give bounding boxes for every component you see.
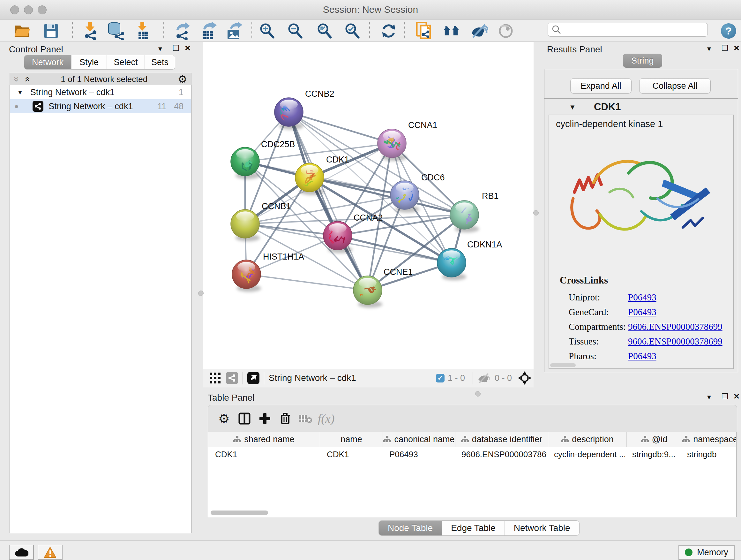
string-app-icon — [32, 101, 44, 112]
tab-style[interactable]: Style — [71, 55, 107, 69]
column-header-shared-name[interactable]: shared name — [208, 432, 320, 447]
panel-float-icon[interactable]: ❐ — [722, 44, 729, 52]
tab-node-table[interactable]: Node Table — [379, 521, 442, 536]
graph-node-CDK1[interactable] — [295, 163, 324, 195]
fit-content-crosshair-icon[interactable] — [516, 369, 534, 387]
memory-label: Memory — [697, 548, 728, 557]
tab-network-table[interactable]: Network Table — [505, 521, 579, 536]
table-cell[interactable]: stringdb — [680, 447, 736, 461]
delete-column-trash-icon[interactable] — [275, 410, 295, 428]
string-home-icon[interactable] — [443, 22, 461, 40]
zoom-fit-icon[interactable] — [316, 22, 334, 40]
table-hscrollbar[interactable] — [211, 510, 268, 515]
column-header-namespace[interactable]: namespace — [682, 432, 737, 447]
memory-button[interactable]: Memory — [678, 545, 735, 560]
import-network-database-icon[interactable] — [107, 22, 125, 40]
tab-string-results[interactable]: String — [623, 54, 662, 68]
network-options-gear-icon[interactable]: ⚙ — [178, 73, 187, 85]
graph-node-CCNA1[interactable] — [378, 128, 413, 161]
panel-float-icon[interactable]: ❐ — [722, 393, 729, 400]
graph-node-CCNB2[interactable] — [272, 98, 304, 130]
export-table-icon[interactable] — [199, 22, 217, 40]
panel-float-icon[interactable]: ❐ — [173, 44, 180, 52]
zoom-in-icon[interactable] — [259, 22, 276, 40]
network-view-toolbar: String Network – cdk1 ✓ 1 - 0 0 - 0 — [203, 369, 534, 387]
birds-eye-view-icon[interactable] — [247, 372, 259, 384]
right-splitter-grip[interactable] — [533, 210, 539, 215]
table-cell[interactable]: stringdb:9... — [625, 447, 680, 461]
zoom-selected-icon[interactable] — [344, 22, 361, 40]
graph-node-CDC25B[interactable] — [231, 147, 260, 179]
panel-close-icon[interactable]: ✕ — [733, 393, 740, 400]
network-graph[interactable]: CCNB2CCNA1CDC25BCDK1CDC6RB1CCNB1CCNA2CDK… — [203, 42, 534, 369]
clone-network-icon[interactable] — [415, 22, 433, 40]
open-session-icon[interactable] — [13, 22, 31, 40]
panel-menu-icon[interactable]: ▼ — [157, 46, 163, 52]
tab-edge-table[interactable]: Edge Table — [442, 521, 505, 536]
table-cell[interactable]: cyclin-dependent ... — [547, 447, 625, 461]
network-row[interactable]: ● String Network – cdk1 11 48 — [10, 99, 191, 113]
search-input[interactable] — [564, 24, 708, 35]
crosslink-value-link[interactable]: P06493 — [628, 292, 657, 303]
table-cell[interactable]: CDK1 — [208, 447, 320, 461]
panel-menu-icon[interactable]: ▼ — [706, 46, 712, 52]
show-graphics-details-icon[interactable] — [497, 22, 515, 40]
crosslink-row: Uniprot:P06493 — [569, 290, 728, 305]
crosslink-value-link[interactable]: P06493 — [628, 351, 657, 361]
network-share-icon[interactable] — [226, 372, 238, 384]
tab-network[interactable]: Network — [24, 55, 71, 69]
panel-close-icon[interactable]: ✕ — [185, 44, 191, 52]
collection-expander-icon[interactable]: ▼ — [17, 89, 23, 96]
table-row[interactable]: CDK1CDK1P064939606.ENSP00000378699cyclin… — [208, 447, 736, 461]
network-canvas[interactable]: CCNB2CCNA1CDC25BCDK1CDC6RB1CCNB1CCNA2CDK… — [203, 42, 534, 369]
help-button[interactable]: ? — [721, 23, 736, 39]
crosslink-label: Pharos: — [569, 351, 628, 361]
import-network-file-icon[interactable] — [81, 22, 99, 40]
collapse-all-button[interactable]: Collapse All — [639, 78, 711, 94]
warnings-button[interactable] — [38, 545, 63, 560]
hide-graphics-details-icon[interactable] — [470, 22, 488, 40]
crosslink-value-link[interactable]: P06493 — [628, 307, 657, 317]
grid-view-icon[interactable] — [207, 369, 223, 387]
create-column-icon[interactable] — [255, 410, 275, 428]
cloud-status-button[interactable] — [9, 545, 34, 560]
delete-table-icon[interactable] — [295, 410, 316, 428]
table-cell[interactable]: CDK1 — [320, 447, 382, 461]
graph-node-HIST1H1A[interactable] — [232, 260, 261, 292]
graph-node-RB1[interactable] — [450, 200, 479, 233]
tab-select[interactable]: Select — [107, 55, 145, 69]
crosslink-value-link[interactable]: 9606.ENSP00000378699 — [628, 336, 723, 347]
graph-node-CCNE1[interactable] — [353, 276, 382, 308]
network-collection-row[interactable]: ▼ String Network – cdk1 1 — [10, 85, 191, 99]
import-table-file-icon[interactable] — [134, 22, 152, 40]
export-image-icon[interactable] — [225, 22, 243, 40]
cytoscape-window: Session: New Session — [0, 0, 741, 560]
protein-expander-icon[interactable]: ▼ — [569, 103, 576, 111]
column-header--id[interactable]: @id — [627, 432, 682, 447]
function-builder-icon[interactable]: f(x) — [316, 410, 336, 428]
expand-all-button[interactable]: Expand All — [570, 78, 631, 94]
show-columns-icon[interactable] — [234, 410, 255, 428]
table-header-row: shared namenamecanonical namedatabase id… — [208, 432, 736, 447]
graph-node-CDKN1A[interactable] — [437, 248, 466, 280]
column-header-canonical-name[interactable]: canonical name — [383, 432, 455, 447]
graph-node-CCNB1[interactable] — [231, 209, 260, 241]
save-session-icon[interactable] — [42, 22, 60, 40]
table-cell[interactable]: P06493 — [382, 447, 455, 461]
table-settings-gear-icon[interactable]: ⚙ — [214, 410, 234, 428]
export-network-icon[interactable] — [174, 22, 192, 40]
tab-sets[interactable]: Sets — [145, 55, 175, 69]
column-header-database-identifier[interactable]: database identifier — [455, 432, 548, 447]
refresh-icon[interactable] — [380, 22, 398, 40]
results-hscrollbar[interactable] — [550, 363, 576, 367]
crosslink-value-link[interactable]: 9606.ENSP00000378699 — [628, 321, 723, 332]
column-header-name[interactable]: name — [320, 432, 383, 447]
horizontal-splitter-grip[interactable] — [475, 391, 481, 396]
panel-menu-icon[interactable]: ▼ — [706, 394, 712, 401]
zoom-out-icon[interactable] — [286, 22, 305, 40]
table-cell[interactable]: 9606.ENSP00000378699 — [455, 447, 547, 461]
selected-checkbox-icon[interactable]: ✓ — [436, 374, 445, 382]
column-header-description[interactable]: description — [548, 432, 627, 447]
panel-close-icon[interactable]: ✕ — [733, 44, 740, 52]
left-splitter-grip[interactable] — [198, 291, 204, 296]
